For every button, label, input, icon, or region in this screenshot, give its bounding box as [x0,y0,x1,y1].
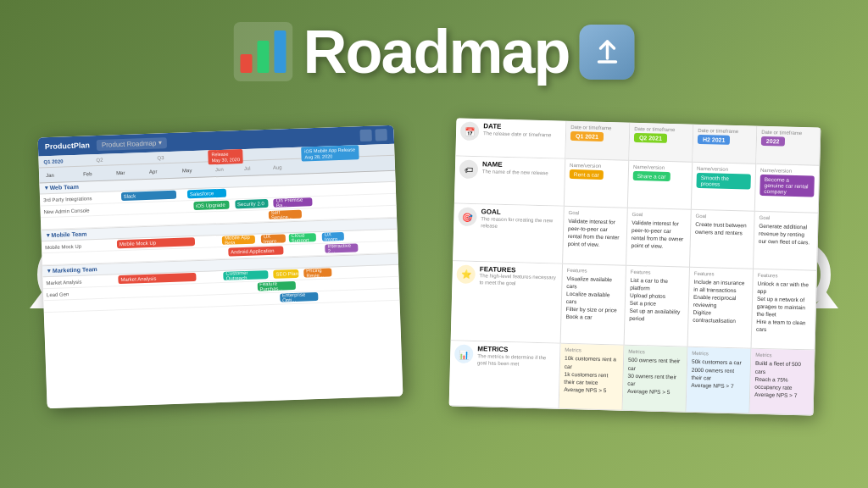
name-icon: 🏷 [459,160,479,180]
svg-rect-2 [257,41,269,73]
metrics-icon: 📊 [454,345,474,364]
metrics-desc: The metrics to determine if the goal has… [477,353,555,369]
h2-badge: H2 2021 [698,135,731,145]
date-col1: Date or timeframe Q1 2021 [565,121,630,161]
gantt-logo: ProductPlan [45,141,90,151]
feature-table-screenshot: 📅 DATE The release date or timeframe Dat… [449,118,821,415]
feature-table: 📅 DATE The release date or timeframe Dat… [449,118,821,415]
goal-row-header: 🎯 GOAL The reason for creating the new r… [453,204,565,264]
date-col4: Date or timeframe 2022 [756,126,821,166]
gantt-icon1 [359,130,371,141]
goal-text1: Validate interest for peer-to-peer car r… [568,218,620,247]
features-col2: Features List a car to the platformUploa… [625,265,690,347]
metrics-col3: Metrics 50k customers a car2000 owners r… [687,347,752,414]
goal-col3: Goal Create trust between owners and ren… [690,210,755,269]
name-col2: Name/version Share a car [628,161,693,210]
features-text4: Unlock a car with the appSet up a networ… [756,279,812,334]
2022-badge: 2022 [761,136,785,147]
features-col3: Features Include an insurance in all tra… [688,267,754,349]
name-row-header: 🏷 NAME The name of the new release [454,157,565,207]
metrics-col4: Metrics Build a fleet of 500 carsReach a… [750,349,815,416]
goal-text2: Validate interest for peer-to-peer car r… [632,219,684,249]
metrics-text1: 10k customers rent a car1k customers ren… [564,354,619,394]
date-icon: 📅 [460,122,480,141]
name-col3: Name/version Smooth the process [692,163,756,212]
features-desc: The high-level features necessary to mee… [479,273,557,288]
upload-icon [580,25,635,80]
features-col4: Features Unlock a car with the appSet up… [752,269,817,351]
goal-text3: Create trust between owners and renters [695,221,747,236]
date-desc: The release date or timeframe [483,130,552,139]
metrics-text3: 50k customers a car2000 owners rent thei… [691,358,746,390]
metrics-text4: Build a fleet of 500 carsReach a 75% occ… [754,359,810,399]
name-desc: The name of the new release [482,169,548,177]
gantt-icon2 [375,129,387,141]
chart-icon [233,22,292,81]
goal-col4: Goal Generate additional revenue by rent… [754,212,819,270]
goal-desc: The reason for creating the new release [481,216,559,231]
goal-col1: Goal Validate interest for peer-to-peer … [563,207,628,265]
metrics-row-header: 📊 METRICS The metrics to determine if th… [449,341,561,409]
date-row-header: 📅 DATE The release date or timeframe [455,118,566,158]
features-row-header: ⭐ FEATURES The high-level features neces… [451,261,563,344]
q1-badge: Q1 2021 [570,131,604,141]
features-col1: Features Visualize available carsLocaliz… [561,263,626,346]
features-text2: List a car to the platformUpload photosS… [629,276,684,324]
svg-rect-1 [240,54,252,73]
name-col1: Name/version Rent a car [565,159,629,208]
goal-icon: 🎯 [458,208,477,227]
metrics-col1: Metrics 10k customers rent a car1k custo… [559,344,625,411]
title-area: Roadmap [233,17,634,86]
metrics-text2: 500 owners rent their car30 owners rent … [627,356,682,396]
name-col4: Name/version Become a genuine car rental… [755,164,820,214]
features-icon: ⭐ [456,264,476,284]
gantt-nav: Product Roadmap ▾ [97,137,167,151]
date-col3: Date or timeframe H2 2021 [693,125,757,164]
page-title: Roadmap [303,17,569,86]
gantt-screenshot: ProductPlan Product Roadmap ▾ Q1 2020 Q2… [38,125,403,408]
genuine-badge: Become a genuine car rental company [760,175,815,197]
goal-col2: Goal Validate interest for peer-to-peer … [626,208,692,267]
goal-text4: Generate additional revenue by renting o… [759,223,810,246]
features-text1: Visualize available carsLocalize availab… [565,274,620,322]
rent-car-badge: Rent a car [570,169,604,180]
date-col2: Date or timeframe Q2 2021 [629,123,693,163]
features-text3: Include an insurance in all transactions… [693,277,748,324]
q2-badge: Q2 2021 [634,133,667,143]
smooth-badge: Smooth the process [696,173,750,190]
svg-rect-3 [274,30,286,73]
metrics-col2: Metrics 500 owners rent their car30 owne… [623,346,688,413]
share-car-badge: Share a car [633,171,670,181]
